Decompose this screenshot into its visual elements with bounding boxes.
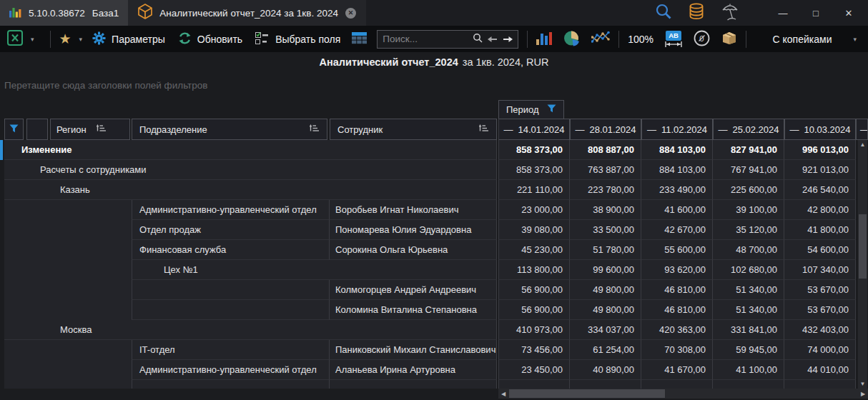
column-header[interactable]: —10.03.2024	[784, 119, 856, 140]
value-cell[interactable]: 56 900,00	[498, 280, 570, 300]
value-cell[interactable]: 48 700,00	[713, 240, 784, 260]
value-cell[interactable]: 99 600,00	[570, 260, 641, 280]
value-cell[interactable]: 39 100,00	[713, 200, 784, 220]
value-cell[interactable]: 54 600,00	[784, 240, 856, 260]
value-cell[interactable]: 41 670,00	[641, 360, 713, 380]
value-cell[interactable]: 73 456,00	[498, 340, 570, 360]
database-icon[interactable]	[689, 3, 704, 23]
value-cell[interactable]: 44 010,00	[784, 360, 856, 380]
horizontal-scroll-thumb[interactable]	[509, 389, 665, 398]
row-group-cell[interactable]: Москва	[4, 320, 497, 340]
value-cell[interactable]: 45 230,00	[498, 240, 570, 260]
scroll-up-icon[interactable]: ▲	[858, 140, 867, 149]
search-input[interactable]	[383, 34, 468, 44]
select-fields-button[interactable]: Выбрать поля	[255, 32, 340, 46]
tab-close-icon[interactable]: ✕	[345, 8, 356, 19]
department-cell[interactable]	[132, 280, 330, 300]
value-cell[interactable]: 46 810,00	[641, 300, 713, 320]
scroll-right-icon[interactable]: ▶	[858, 389, 868, 399]
value-cell[interactable]: 53 670,00	[784, 280, 856, 300]
value-cell[interactable]: 74 000,00	[784, 340, 856, 360]
value-cell[interactable]: 51 340,00	[713, 300, 784, 320]
magnifier-icon[interactable]	[473, 33, 483, 46]
value-cell[interactable]: 55 600,00	[641, 240, 713, 260]
maximize-button[interactable]: □	[799, 0, 832, 26]
scroll-left-icon[interactable]: ◀	[498, 389, 508, 399]
department-cell[interactable]: Отдел продаж	[132, 220, 330, 240]
parameters-button[interactable]: Параметры	[92, 31, 165, 47]
value-cell[interactable]: 858 373,00	[498, 160, 570, 180]
value-cell[interactable]: 70 308,00	[641, 340, 713, 360]
employee-cell[interactable]: Колмогорцев Андрей Андреевич	[330, 280, 497, 300]
row-group-cell[interactable]: Казань	[4, 180, 497, 200]
value-cell[interactable]: 49 800,00	[570, 280, 641, 300]
chevron-down-icon[interactable]: ▾	[31, 36, 34, 43]
value-cell[interactable]: 827 941,00	[713, 140, 784, 160]
value-cell[interactable]: 49 800,00	[570, 300, 641, 320]
search-next-icon[interactable]	[503, 33, 513, 46]
export-excel-button[interactable]: ▾	[7, 30, 34, 48]
value-cell[interactable]: 410 973,00	[498, 320, 570, 340]
column-header[interactable]: —25.02.2024	[713, 119, 784, 140]
row-group-cell[interactable]: Расчеты с сотрудниками	[4, 160, 497, 180]
collapse-icon[interactable]: —	[503, 124, 513, 135]
pie-chart-button[interactable]	[563, 30, 580, 49]
value-cell[interactable]: 420 363,00	[641, 320, 713, 340]
refresh-button[interactable]: Обновить	[178, 31, 242, 47]
row-expand-header[interactable]	[26, 119, 48, 140]
value-cell[interactable]: 102 680,00	[713, 260, 784, 280]
vertical-scroll-thumb[interactable]	[859, 214, 867, 279]
department-cell[interactable]: IT-отдел	[132, 340, 330, 360]
value-cell[interactable]: 221 110,00	[498, 180, 570, 200]
pivot-grid-button[interactable]	[352, 32, 367, 46]
value-cell[interactable]: 51 780,00	[570, 240, 641, 260]
value-cell[interactable]: 39 080,00	[498, 220, 570, 240]
chevron-down-icon[interactable]: ▾	[79, 36, 83, 43]
employee-cell[interactable]: Пономарева Юлия Эдуардовна	[330, 220, 497, 240]
value-cell[interactable]: 41 600,00	[641, 200, 713, 220]
value-cell[interactable]: 42 670,00	[641, 220, 713, 240]
close-button[interactable]: ✕	[832, 0, 865, 26]
value-cell[interactable]: 41 100,00	[713, 360, 784, 380]
collapse-icon[interactable]: —	[575, 124, 584, 135]
value-cell[interactable]: 763 887,00	[570, 160, 641, 180]
collapse-icon[interactable]: —	[789, 124, 799, 135]
horizontal-scrollbar[interactable]: ◀ ▶	[498, 389, 868, 399]
employee-cell[interactable]: Аланьева Ирина Артуровна	[330, 360, 497, 380]
column-header[interactable]: —11.02.2024	[641, 119, 713, 140]
value-cell[interactable]: 40 890,00	[570, 360, 641, 380]
filter-drop-zone[interactable]: Перетащите сюда заголовки полей фильтров	[4, 80, 208, 91]
value-cell[interactable]: 858 373,00	[498, 140, 570, 160]
umbrella-icon[interactable]	[721, 2, 739, 24]
column-width-button[interactable]: AB	[665, 31, 682, 47]
favorites-button[interactable]: ★ ▾	[59, 32, 83, 46]
value-cell[interactable]: 53 670,00	[784, 300, 856, 320]
minimize-button[interactable]: —	[766, 0, 799, 26]
value-cell[interactable]: 51 340,00	[713, 280, 784, 300]
bar-chart-button[interactable]	[536, 31, 552, 47]
value-cell[interactable]: 38 900,00	[570, 200, 641, 220]
row-filter-header[interactable]	[4, 119, 24, 140]
zoom-level-button[interactable]: 100%	[628, 34, 654, 45]
value-cell[interactable]: 46 810,00	[641, 280, 713, 300]
row-field-header-employee[interactable]: Сотрудник	[330, 119, 497, 140]
collapse-icon[interactable]: —	[647, 124, 656, 135]
column-header[interactable]: —14.01.2024	[498, 119, 570, 140]
department-cell[interactable]	[132, 300, 330, 320]
value-cell[interactable]: 113 800,00	[498, 260, 570, 280]
value-cell[interactable]: 334 037,00	[570, 320, 641, 340]
value-cell[interactable]: 23 000,00	[498, 200, 570, 220]
line-chart-button[interactable]	[591, 31, 610, 47]
value-cell[interactable]: 41 800,00	[784, 220, 856, 240]
value-cell[interactable]: 33 500,00	[570, 220, 641, 240]
value-cell[interactable]: 223 780,00	[570, 180, 641, 200]
value-cell[interactable]: 35 120,00	[713, 220, 784, 240]
sort-icon[interactable]	[310, 124, 320, 135]
value-cell[interactable]: 23 450,00	[498, 360, 570, 380]
search-prev-icon[interactable]	[488, 33, 498, 46]
collapse-icon[interactable]: —	[718, 124, 727, 135]
value-cell[interactable]: 808 887,00	[570, 140, 641, 160]
scroll-down-icon[interactable]: ▼	[858, 379, 867, 389]
chevron-down-icon[interactable]: ▾	[853, 36, 857, 43]
employee-cell[interactable]: Паниковский Михаил Станиславович	[330, 340, 497, 360]
